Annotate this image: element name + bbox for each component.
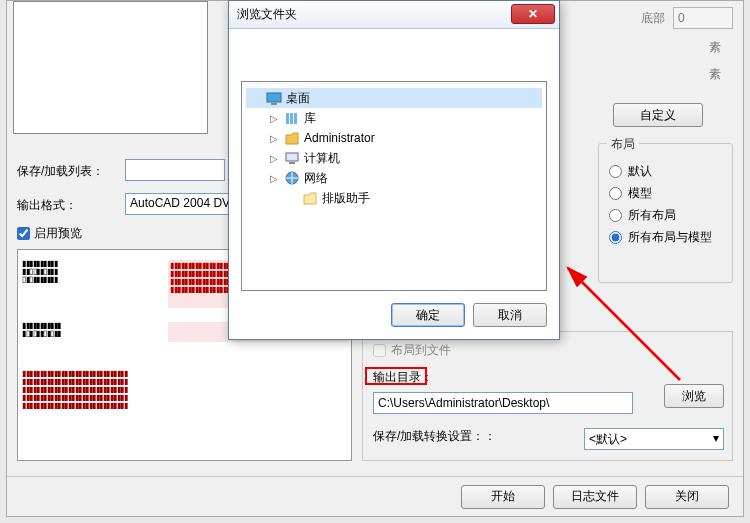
start-button[interactable]: 开始 xyxy=(461,485,545,509)
folder-tree[interactable]: 桌面▷库▷Administrator▷计算机▷网络排版助手 xyxy=(242,82,546,214)
layout-to-file-label: 布局到文件 xyxy=(391,342,451,359)
lib-icon xyxy=(284,110,300,126)
unit-label-1: 素 xyxy=(709,39,733,56)
tree-expander-icon xyxy=(250,92,262,104)
svg-rect-4 xyxy=(290,113,293,124)
svg-rect-5 xyxy=(294,113,297,124)
bottom-bar: 开始 日志文件 关闭 xyxy=(7,476,743,516)
user-icon xyxy=(284,130,300,146)
tree-item-label: 网络 xyxy=(304,170,328,187)
output-dir-input[interactable] xyxy=(373,392,633,414)
tree-item-库[interactable]: ▷库 xyxy=(246,108,542,128)
layout-radio-1[interactable]: 模型 xyxy=(609,185,722,202)
layout-group: 布局 默认模型所有布局所有布局与模型 xyxy=(598,143,733,283)
bottom-label: 底部 xyxy=(641,10,665,27)
tree-item-排版助手[interactable]: 排版助手 xyxy=(246,188,542,208)
tree-item-label: 计算机 xyxy=(304,150,340,167)
layout-radio-3[interactable]: 所有布局与模型 xyxy=(609,229,722,246)
layout-to-file-checkbox[interactable]: 布局到文件 xyxy=(373,342,722,359)
log-button[interactable]: 日志文件 xyxy=(553,485,637,509)
layout-radio-label: 所有布局与模型 xyxy=(628,229,712,246)
tree-item-网络[interactable]: ▷网络 xyxy=(246,168,542,188)
svg-rect-6 xyxy=(286,153,298,161)
desktop-icon xyxy=(266,90,282,106)
tree-item-label: 库 xyxy=(304,110,316,127)
layout-radio-label: 默认 xyxy=(628,163,652,180)
folder-icon xyxy=(302,190,318,206)
save-convert-select[interactable]: <默认> ▾ xyxy=(584,428,724,450)
tree-item-label: Administrator xyxy=(304,131,375,145)
right-top-panel: 底部 素 素 xyxy=(641,7,733,93)
enable-preview-input[interactable] xyxy=(17,227,30,240)
svg-rect-3 xyxy=(286,113,289,124)
tree-expander-icon[interactable]: ▷ xyxy=(268,112,280,124)
tree-expander-icon xyxy=(286,192,298,204)
tree-item-计算机[interactable]: ▷计算机 xyxy=(246,148,542,168)
layout-radio-label: 所有布局 xyxy=(628,207,676,224)
layout-radio-0[interactable]: 默认 xyxy=(609,163,722,180)
dialog-ok-button[interactable]: 确定 xyxy=(391,303,465,327)
tree-expander-icon[interactable]: ▷ xyxy=(268,172,280,184)
close-button[interactable]: 关闭 xyxy=(645,485,729,509)
tree-expander-icon[interactable]: ▷ xyxy=(268,152,280,164)
tree-expander-icon[interactable]: ▷ xyxy=(268,132,280,144)
svg-rect-2 xyxy=(271,103,277,105)
layout-radio-input-2[interactable] xyxy=(609,209,622,222)
dialog-titlebar[interactable]: 浏览文件夹 ✕ xyxy=(229,1,559,29)
browse-button[interactable]: 浏览 xyxy=(664,384,724,408)
dialog-cancel-button[interactable]: 取消 xyxy=(473,303,547,327)
layout-to-file-input xyxy=(373,344,386,357)
dialog-title: 浏览文件夹 xyxy=(237,6,297,23)
tree-item-label: 排版助手 xyxy=(322,190,370,207)
output-group: 布局到文件 输出目录： 浏览 保存/加载转换设置：： <默认> ▾ xyxy=(362,331,733,461)
enable-preview-label: 启用预览 xyxy=(34,225,82,242)
custom-button[interactable]: 自定义 xyxy=(613,103,703,127)
unit-label-2: 素 xyxy=(709,66,733,83)
layout-radio-2[interactable]: 所有布局 xyxy=(609,207,722,224)
close-icon: ✕ xyxy=(528,7,538,21)
folder-tree-container: 桌面▷库▷Administrator▷计算机▷网络排版助手 xyxy=(241,81,547,291)
svg-rect-1 xyxy=(267,93,281,102)
enable-preview-checkbox[interactable]: 启用预览 xyxy=(17,225,82,242)
svg-rect-7 xyxy=(289,162,295,164)
layout-radio-input-1[interactable] xyxy=(609,187,622,200)
computer-icon xyxy=(284,150,300,166)
save-load-input[interactable] xyxy=(125,159,225,181)
save-load-label: 保存/加载列表： xyxy=(17,163,104,180)
layout-radio-input-0[interactable] xyxy=(609,165,622,178)
layout-radio-input-3[interactable] xyxy=(609,231,622,244)
thumbnail-box xyxy=(13,1,208,134)
layout-radio-label: 模型 xyxy=(628,185,652,202)
tree-item-桌面[interactable]: 桌面 xyxy=(246,88,542,108)
bottom-input[interactable] xyxy=(673,7,733,29)
output-format-label: 输出格式： xyxy=(17,197,77,214)
browse-folder-dialog: 浏览文件夹 ✕ 桌面▷库▷Administrator▷计算机▷网络排版助手 确定… xyxy=(228,0,560,340)
tree-item-Administrator[interactable]: ▷Administrator xyxy=(246,128,542,148)
layout-group-title: 布局 xyxy=(607,136,639,153)
net-icon xyxy=(284,170,300,186)
tree-item-label: 桌面 xyxy=(286,90,310,107)
dialog-close-button[interactable]: ✕ xyxy=(511,4,555,24)
